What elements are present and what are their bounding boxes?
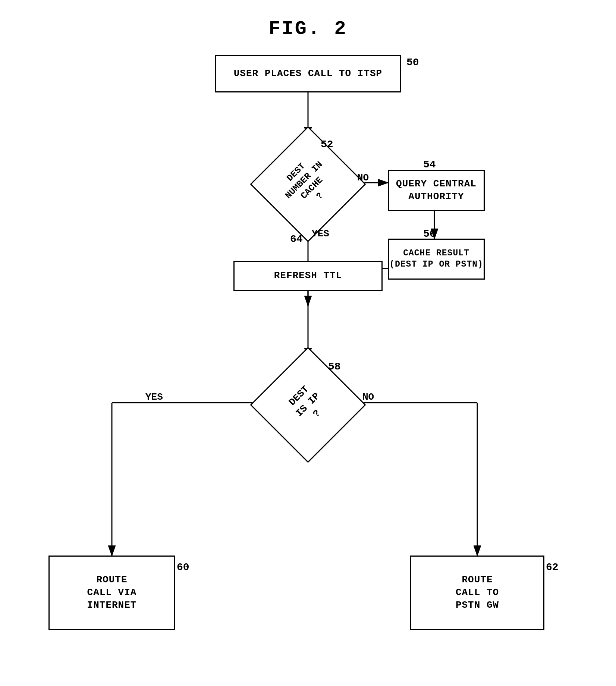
no1-label: NO xyxy=(357,172,369,183)
figure-title: FIG. 2 xyxy=(0,18,616,40)
ref-58: 58 xyxy=(328,361,341,372)
query-central-box: QUERY CENTRAL AUTHORITY xyxy=(388,170,485,211)
diagram-container: FIG. 2 USER PLACES CAL xyxy=(0,0,616,686)
ref-54: 54 xyxy=(423,159,436,170)
no2-label: NO xyxy=(362,391,374,403)
start-box: USER PLACES CALL TO ITSP xyxy=(215,55,401,92)
ref-60: 60 xyxy=(177,561,189,573)
ref-50: 50 xyxy=(406,57,419,68)
yes2-label: YES xyxy=(145,391,163,403)
route-pstn-box: ROUTE CALL TO PSTN GW xyxy=(410,556,544,630)
diamond1-wrapper: DESTNUMBER INCACHE? xyxy=(261,137,355,231)
cache-result-box: CACHE RESULT (DEST IP OR PSTN) xyxy=(388,239,485,280)
ref-56: 56 xyxy=(423,228,436,240)
route-internet-box: ROUTE CALL VIA INTERNET xyxy=(48,556,175,630)
yes1-label: YES xyxy=(312,228,329,239)
refresh-ttl-box: REFRESH TTL xyxy=(233,261,383,291)
ref-64: 64 xyxy=(290,233,303,245)
ref-62: 62 xyxy=(546,561,559,573)
ref-52: 52 xyxy=(321,139,333,150)
diamond2-wrapper: DESTIS IP? xyxy=(261,358,355,452)
